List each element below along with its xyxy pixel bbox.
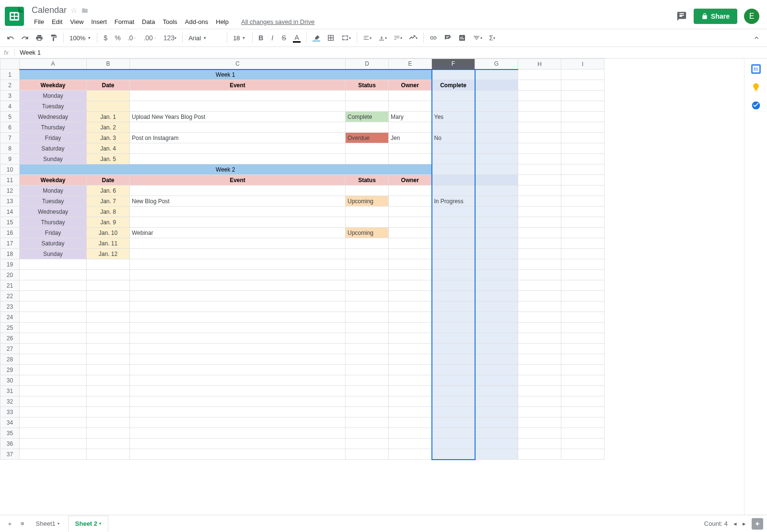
cell[interactable] — [518, 164, 561, 175]
cell[interactable] — [346, 185, 389, 196]
cell[interactable] — [518, 259, 561, 270]
cell[interactable] — [346, 354, 389, 365]
row-header-16[interactable]: 16 — [0, 228, 20, 238]
row-header-22[interactable]: 22 — [0, 291, 20, 301]
cell[interactable]: Jan. 1 — [87, 112, 130, 122]
cell[interactable] — [561, 122, 604, 133]
col-header-cell[interactable]: Weekday — [20, 80, 87, 91]
cell[interactable] — [346, 396, 389, 407]
cell[interactable] — [389, 291, 432, 301]
cell[interactable] — [561, 133, 604, 143]
col-header-cell[interactable]: Status — [346, 175, 389, 185]
cell[interactable] — [389, 449, 432, 460]
row-header-23[interactable]: 23 — [0, 301, 20, 312]
cell[interactable] — [20, 280, 87, 291]
cell[interactable] — [389, 228, 432, 238]
cell[interactable] — [475, 396, 518, 407]
cell[interactable] — [475, 375, 518, 386]
cell[interactable] — [432, 428, 475, 439]
font-size-select[interactable]: 18▼ — [230, 33, 249, 43]
cell[interactable] — [130, 280, 346, 291]
row-header-4[interactable]: 4 — [0, 101, 20, 112]
merge-cells-button[interactable]: ▾ — [338, 32, 354, 44]
italic-button[interactable]: I — [267, 32, 278, 44]
cell[interactable] — [518, 91, 561, 101]
cell[interactable]: Tuesday — [20, 196, 87, 207]
cell[interactable] — [130, 354, 346, 365]
cell[interactable] — [432, 312, 475, 323]
cell[interactable] — [561, 417, 604, 428]
cell[interactable] — [561, 238, 604, 249]
select-all-corner[interactable] — [0, 59, 20, 69]
bold-button[interactable]: B — [256, 32, 266, 44]
cell[interactable] — [389, 238, 432, 249]
increase-decimal-button[interactable]: .00→ — [140, 32, 159, 44]
tab-sheet2[interactable]: Sheet 2▾ — [68, 516, 108, 532]
row-header-28[interactable]: 28 — [0, 354, 20, 365]
cell[interactable] — [87, 333, 130, 344]
cell[interactable] — [130, 270, 346, 280]
cell[interactable] — [518, 207, 561, 217]
row-header-19[interactable]: 19 — [0, 259, 20, 270]
cell[interactable] — [20, 375, 87, 386]
functions-button[interactable]: Σ▾ — [486, 32, 498, 44]
cell[interactable]: Jen — [389, 133, 432, 143]
cell[interactable] — [20, 386, 87, 396]
cell[interactable] — [432, 154, 475, 164]
calendar-sidepanel-icon[interactable]: 31 — [751, 64, 761, 74]
cell[interactable] — [20, 344, 87, 354]
col-header-E[interactable]: E — [389, 59, 432, 69]
cell[interactable] — [561, 101, 604, 112]
cell[interactable]: Overdue — [346, 133, 389, 143]
cell[interactable] — [518, 80, 561, 91]
cell[interactable] — [389, 270, 432, 280]
cell[interactable] — [561, 249, 604, 259]
cell[interactable]: Thursday — [20, 122, 87, 133]
cell[interactable] — [87, 280, 130, 291]
cell[interactable] — [87, 259, 130, 270]
cell[interactable] — [130, 407, 346, 417]
cell[interactable] — [518, 323, 561, 333]
col-header-I[interactable]: I — [561, 59, 604, 69]
cell[interactable] — [87, 291, 130, 301]
cell[interactable] — [432, 417, 475, 428]
cell[interactable] — [389, 354, 432, 365]
cell[interactable]: No — [432, 133, 475, 143]
cell[interactable]: Tuesday — [20, 101, 87, 112]
cell[interactable] — [475, 365, 518, 375]
cell[interactable]: Upcoming — [346, 196, 389, 207]
row-header-35[interactable]: 35 — [0, 428, 20, 439]
cell[interactable]: Jan. 2 — [87, 122, 130, 133]
cell[interactable] — [20, 354, 87, 365]
cell[interactable] — [561, 259, 604, 270]
cell[interactable] — [389, 344, 432, 354]
cell[interactable]: Post on Instagram — [130, 133, 346, 143]
cell[interactable] — [561, 280, 604, 291]
cell[interactable] — [432, 69, 475, 80]
cell[interactable] — [20, 428, 87, 439]
formula-input[interactable] — [20, 49, 763, 56]
share-button[interactable]: Share — [694, 9, 737, 24]
cell[interactable] — [518, 217, 561, 228]
move-folder-icon[interactable] — [81, 7, 89, 14]
row-header-21[interactable]: 21 — [0, 280, 20, 291]
cell[interactable] — [475, 291, 518, 301]
cell[interactable] — [432, 217, 475, 228]
cell[interactable]: Upload New Years Blog Post — [130, 112, 346, 122]
cell[interactable] — [475, 207, 518, 217]
cell[interactable] — [130, 238, 346, 249]
cell[interactable] — [475, 280, 518, 291]
cell[interactable]: Jan. 10 — [87, 228, 130, 238]
cell[interactable] — [518, 196, 561, 207]
cell[interactable] — [518, 228, 561, 238]
cell[interactable] — [561, 344, 604, 354]
cell[interactable] — [432, 175, 475, 185]
cell[interactable] — [130, 101, 346, 112]
cell[interactable] — [346, 312, 389, 323]
cell[interactable] — [130, 417, 346, 428]
row-header-2[interactable]: 2 — [0, 80, 20, 91]
cell[interactable] — [475, 133, 518, 143]
cell[interactable] — [130, 185, 346, 196]
cell[interactable] — [475, 249, 518, 259]
cell[interactable] — [346, 407, 389, 417]
